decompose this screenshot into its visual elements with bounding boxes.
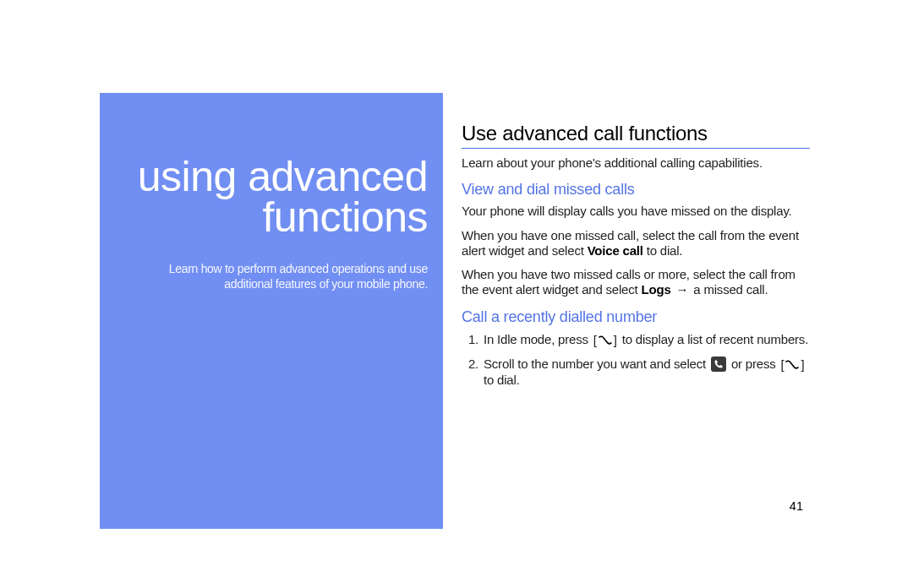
section-heading: Use advanced call functions (462, 122, 810, 145)
section-intro: Learn about your phone's additional call… (462, 155, 810, 171)
paragraph: Your phone will display calls you have m… (462, 204, 810, 219)
subsection-heading: View and dial missed calls (462, 181, 810, 199)
step-item: In Idle mode, press [ ] to display a lis… (482, 331, 810, 347)
manual-page: using advanced functions Learn how to pe… (0, 0, 913, 588)
chapter-intro-panel: using advanced functions Learn how to pe… (100, 93, 443, 529)
heading-rule (462, 148, 810, 149)
chapter-subtitle-line1: Learn how to perform advanced operations… (169, 262, 428, 275)
arrow-icon: → (676, 282, 689, 297)
phone-icon (711, 357, 726, 372)
bold-label: Logs (642, 282, 671, 297)
numbered-steps: In Idle mode, press [ ] to display a lis… (462, 331, 810, 389)
chapter-title-line1: using advanced (100, 155, 428, 198)
content-column: Use advanced call functions Learn about … (462, 122, 810, 396)
page-number: 41 (790, 499, 803, 513)
subsection-heading: Call a recently dialled number (462, 308, 810, 326)
dial-key-icon: [ ] (780, 359, 804, 370)
chapter-subtitle: Learn how to perform advanced operations… (100, 262, 428, 291)
paragraph: When you have two missed calls or more, … (462, 267, 810, 298)
dial-key-icon: [ ] (593, 335, 617, 346)
step-item: Scroll to the number you want and select… (482, 356, 810, 388)
paragraph: When you have one missed call, select th… (462, 228, 810, 259)
bold-label: Voice call (588, 243, 643, 258)
chapter-subtitle-line2: additional features of your mobile phone… (224, 277, 428, 291)
chapter-title-line2: functions (100, 196, 428, 238)
